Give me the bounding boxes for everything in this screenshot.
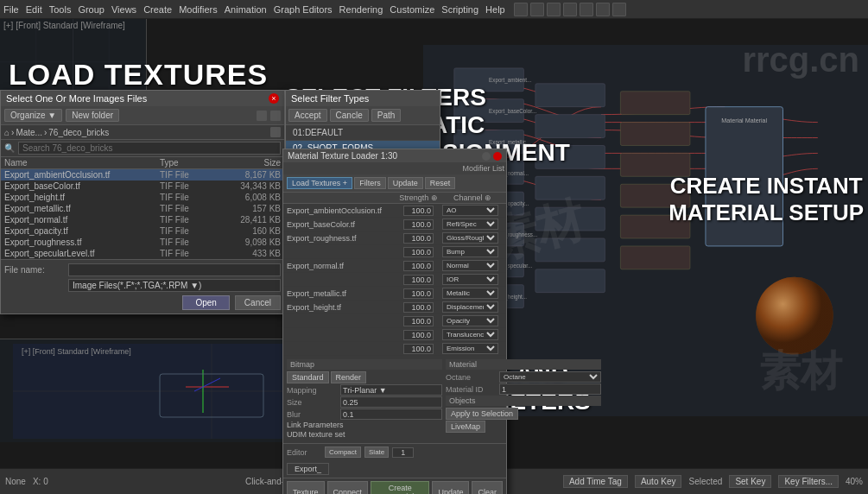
statusbar-auto-key-btn[interactable]: Auto Key bbox=[635, 475, 682, 488]
toolbar-icon-select[interactable] bbox=[612, 3, 626, 16]
mtl-channel-select[interactable]: Emission bbox=[442, 343, 498, 354]
mtl-standard-btn[interactable]: Standard bbox=[287, 371, 329, 383]
statusbar-key-filters-btn[interactable]: Key Filters... bbox=[778, 475, 839, 488]
mtl-row-strength[interactable] bbox=[395, 261, 442, 271]
mtl-create-material-btn[interactable]: Create Material bbox=[371, 481, 429, 494]
mtl-minimize-btn[interactable] bbox=[482, 152, 491, 161]
mtl-channel-select[interactable]: IOR bbox=[442, 274, 498, 285]
menu-group[interactable]: Group bbox=[78, 4, 105, 15]
filter-accept-btn[interactable]: Accept bbox=[288, 109, 327, 122]
fd-search-input[interactable] bbox=[18, 142, 281, 155]
mtl-action-clear-btn[interactable]: Clear bbox=[472, 481, 503, 494]
menu-tools[interactable]: Tools bbox=[49, 4, 72, 15]
mtl-strength-input[interactable] bbox=[403, 206, 434, 216]
toolbar-icon-redo[interactable] bbox=[580, 3, 593, 16]
mtl-channel-select[interactable]: Normal bbox=[442, 260, 498, 271]
mtl-export-btn[interactable]: Export_ bbox=[287, 463, 329, 475]
statusbar-add-time-tag-btn[interactable]: Add Time Tag bbox=[563, 475, 628, 488]
mtl-render-btn[interactable]: Render bbox=[331, 371, 367, 383]
mtl-strength-input[interactable] bbox=[403, 330, 434, 340]
toolbar-icon-open[interactable] bbox=[530, 3, 544, 16]
mtl-close-btn[interactable] bbox=[493, 152, 502, 161]
fd-file-row[interactable]: Export_normal.tfTIF File28,411 KB bbox=[1, 214, 284, 225]
mtl-texture-row[interactable]: Export_height.tf Displacement bbox=[283, 301, 506, 314]
mtl-texture-row[interactable]: Bump bbox=[283, 245, 506, 259]
mtl-channel-select[interactable]: Translucency bbox=[442, 329, 498, 340]
mtl-action-texture-btn[interactable]: Texture bbox=[287, 481, 325, 494]
fd-breadcrumb-bricks[interactable]: 76_deco_bricks bbox=[48, 128, 109, 137]
mtl-compact-btn[interactable]: Compact bbox=[325, 446, 361, 458]
mtl-mapping-val[interactable] bbox=[340, 384, 442, 396]
fd-breadcrumb-home[interactable]: ⌂ bbox=[4, 128, 10, 137]
fd-file-row[interactable]: Export_baseColor.tfTIF File34,343 KB bbox=[1, 180, 284, 192]
statusbar-set-key-btn[interactable]: Set Key bbox=[729, 475, 771, 488]
menu-customize[interactable]: Customize bbox=[390, 4, 434, 15]
menu-graph-editors[interactable]: Graph Editors bbox=[274, 4, 333, 15]
fd-file-row[interactable]: Export_metallic.tfTIF File157 KB bbox=[1, 203, 284, 214]
mtl-channel-select[interactable]: Opacity bbox=[442, 315, 498, 326]
mtl-row-strength[interactable] bbox=[395, 206, 442, 216]
filter-item-default[interactable]: 01:DEFAULT bbox=[286, 125, 440, 141]
menu-rendering[interactable]: Rendering bbox=[339, 4, 383, 15]
fd-refresh-icon[interactable] bbox=[270, 127, 281, 137]
menu-scripting[interactable]: Scripting bbox=[441, 4, 478, 15]
mtl-apply-sel-btn[interactable]: Apply to Selection bbox=[446, 408, 518, 420]
menu-animation[interactable]: Animation bbox=[225, 4, 267, 15]
filter-cancel-btn[interactable]: Cancle bbox=[330, 109, 369, 122]
mtl-row-strength[interactable] bbox=[395, 275, 442, 285]
fd-file-row[interactable]: Export_height.tfTIF File6,008 KB bbox=[1, 192, 284, 203]
fd-filetype-input[interactable] bbox=[68, 279, 281, 292]
mtl-slot-input[interactable] bbox=[392, 447, 414, 458]
fd-view-icon[interactable] bbox=[257, 111, 267, 121]
mtl-row-strength[interactable] bbox=[395, 247, 442, 257]
toolbar-icon-undo[interactable] bbox=[563, 3, 577, 16]
mtl-strength-input[interactable] bbox=[403, 261, 434, 271]
mtl-action-connect-btn[interactable]: Connect bbox=[327, 481, 369, 494]
mtl-texture-row[interactable]: IOR bbox=[283, 273, 506, 287]
mtl-channel-select[interactable]: Gloss/Rough bbox=[442, 232, 498, 244]
file-dialog-close-btn[interactable]: × bbox=[269, 93, 279, 104]
mtl-strength-input[interactable] bbox=[403, 275, 434, 285]
mtl-reset-btn[interactable]: Reset bbox=[425, 177, 456, 189]
filter-path-btn[interactable]: Path bbox=[371, 109, 402, 122]
mtl-texture-row[interactable]: Emission bbox=[283, 342, 506, 356]
mtl-filters-btn[interactable]: Filters bbox=[354, 177, 386, 189]
fd-btn-new-folder[interactable]: New folder bbox=[66, 109, 119, 122]
fd-file-row[interactable]: Export_specularLevel.tfTIF File433 KB bbox=[1, 248, 284, 259]
mtl-row-strength[interactable] bbox=[395, 316, 442, 326]
fd-cancel-btn[interactable]: Cancel bbox=[235, 295, 281, 310]
toolbar-icon-new[interactable] bbox=[514, 3, 528, 16]
menu-file[interactable]: File bbox=[3, 4, 19, 15]
mtl-strength-input[interactable] bbox=[403, 302, 434, 313]
mtl-strength-input[interactable] bbox=[403, 316, 434, 326]
mtl-row-strength[interactable] bbox=[395, 302, 442, 313]
mtl-channel-select[interactable]: Metallic bbox=[442, 288, 498, 299]
toolbar-icon-transform[interactable] bbox=[596, 3, 610, 16]
mtl-load-textures-btn[interactable]: Load Textures + bbox=[287, 177, 352, 189]
mtl-channel-select[interactable]: Displacement bbox=[442, 301, 498, 313]
fd-filename-input[interactable] bbox=[68, 263, 281, 276]
mtl-slate-btn[interactable]: Slate bbox=[364, 446, 389, 458]
mtl-texture-row[interactable]: Export_baseColor.tf Refl/Spec bbox=[283, 218, 506, 231]
menu-edit[interactable]: Edit bbox=[26, 4, 42, 15]
menu-views[interactable]: Views bbox=[111, 4, 136, 15]
fd-open-btn[interactable]: Open bbox=[182, 295, 229, 310]
mtl-texture-row[interactable]: Export_roughness.tf Gloss/Rough bbox=[283, 231, 506, 245]
mtl-texture-row[interactable]: Export_metallic.tf Metallic bbox=[283, 287, 506, 301]
mtl-strength-input[interactable] bbox=[403, 247, 434, 257]
mtl-row-strength[interactable] bbox=[395, 330, 442, 340]
mtl-action-update-btn[interactable]: Update bbox=[432, 481, 469, 494]
mtl-strength-input[interactable] bbox=[403, 288, 434, 299]
fd-file-row[interactable]: Export_roughness.tfTIF File9,098 KB bbox=[1, 237, 284, 248]
mtl-row-strength[interactable] bbox=[395, 288, 442, 299]
mtl-row-strength[interactable] bbox=[395, 233, 442, 244]
fd-btn-organize[interactable]: Organize ▼ bbox=[4, 109, 62, 122]
mtl-texture-row[interactable]: Export_normal.tf Normal bbox=[283, 259, 506, 273]
fd-file-row[interactable]: Export_opacity.tfTIF File160 KB bbox=[1, 225, 284, 237]
menu-modifiers[interactable]: Modifiers bbox=[179, 4, 218, 15]
mtl-texture-row[interactable]: Export_ambientOcclusion.tf AO bbox=[283, 204, 506, 218]
mtl-channel-select[interactable]: AO bbox=[442, 205, 498, 216]
fd-breadcrumb-mate[interactable]: Mate... bbox=[16, 128, 42, 137]
mtl-texture-row[interactable]: Translucency bbox=[283, 328, 506, 342]
mtl-row-strength[interactable] bbox=[395, 344, 442, 354]
